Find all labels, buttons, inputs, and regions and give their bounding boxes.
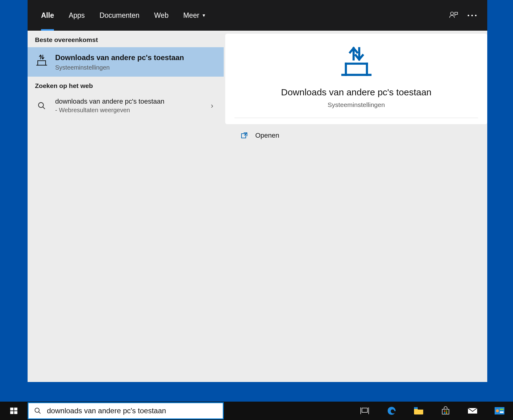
detail-pane: Downloads van andere pc's toestaan Syste… — [224, 31, 487, 382]
tab-all[interactable]: Alle — [34, 0, 61, 31]
task-view-button[interactable] — [351, 402, 378, 420]
svg-point-1 — [39, 102, 44, 107]
detail-subtitle: Systeeminstellingen — [328, 101, 385, 109]
taskbar-apps — [351, 402, 513, 420]
group-header-best-match: Beste overeenkomst — [28, 31, 224, 47]
tab-label: Web — [154, 11, 169, 20]
folder-icon — [413, 407, 424, 415]
open-icon — [241, 132, 248, 139]
svg-point-0 — [450, 12, 454, 15]
taskbar-search-box[interactable] — [28, 402, 224, 419]
result-subtitle: Systeeminstellingen — [55, 64, 216, 71]
search-body: Beste overeenkomst Downloads van andere … — [28, 31, 487, 382]
results-list: Beste overeenkomst Downloads van andere … — [28, 31, 224, 382]
file-explorer-button[interactable] — [405, 402, 432, 420]
action-label: Openen — [255, 132, 279, 139]
svg-rect-12 — [444, 412, 445, 414]
result-best-match[interactable]: Downloads van andere pc's toestaan Syste… — [28, 47, 224, 77]
svg-rect-10 — [444, 410, 445, 412]
tab-web[interactable]: Web — [147, 0, 176, 31]
svg-rect-9 — [414, 407, 418, 409]
search-icon — [35, 101, 48, 110]
open-action[interactable]: Openen — [225, 124, 487, 147]
taskbar — [0, 402, 513, 420]
chevron-right-icon: › — [211, 101, 216, 110]
start-button[interactable] — [0, 402, 28, 420]
tab-label: Apps — [69, 11, 85, 20]
svg-rect-8 — [362, 408, 367, 412]
separator — [234, 118, 478, 118]
svg-rect-17 — [500, 411, 504, 413]
tab-documents[interactable]: Documenten — [92, 0, 147, 31]
control-panel-button[interactable] — [486, 402, 513, 420]
result-title: Downloads van andere pc's toestaan — [55, 53, 216, 62]
svg-point-7 — [35, 408, 39, 412]
search-panel: Alle Apps Documenten Web Meer▼ Beste ove… — [28, 0, 487, 382]
svg-rect-5 — [10, 411, 13, 414]
task-view-icon — [360, 407, 369, 415]
edge-button[interactable] — [378, 402, 405, 420]
tab-label: Meer — [183, 11, 199, 20]
tab-more[interactable]: Meer▼ — [176, 0, 213, 31]
result-text: downloads van andere pc's toestaan - Web… — [55, 97, 204, 114]
more-icon — [468, 15, 477, 16]
result-title: downloads van andere pc's toestaan — [55, 97, 204, 105]
svg-rect-16 — [500, 409, 504, 410]
edge-icon — [387, 406, 397, 416]
result-subtitle: - Webresultaten weergeven — [55, 107, 204, 114]
store-button[interactable] — [432, 402, 459, 420]
result-web-search[interactable]: downloads van andere pc's toestaan - Web… — [28, 93, 224, 118]
search-input[interactable] — [47, 407, 217, 415]
tab-apps[interactable]: Apps — [61, 0, 92, 31]
search-icon — [34, 407, 41, 414]
svg-rect-4 — [14, 408, 17, 410]
detail-title: Downloads van andere pc's toestaan — [281, 87, 431, 97]
control-panel-icon — [494, 407, 505, 415]
chevron-down-icon: ▼ — [202, 13, 206, 18]
detail-card: Downloads van andere pc's toestaan Syste… — [225, 34, 487, 124]
options-button[interactable] — [463, 6, 481, 25]
feedback-button[interactable] — [444, 6, 463, 25]
search-tab-bar: Alle Apps Documenten Web Meer▼ — [28, 0, 487, 31]
tab-label: Documenten — [100, 11, 139, 20]
feedback-icon — [449, 10, 458, 20]
delivery-optimization-icon — [35, 53, 48, 67]
group-header-web-search: Zoeken op het web — [28, 77, 224, 93]
svg-rect-13 — [446, 412, 447, 414]
mail-button[interactable] — [459, 402, 486, 420]
store-icon — [441, 406, 450, 415]
svg-rect-6 — [14, 411, 17, 414]
svg-rect-11 — [446, 410, 447, 412]
result-text: Downloads van andere pc's toestaan Syste… — [55, 53, 216, 71]
tab-label: Alle — [41, 11, 54, 20]
delivery-optimization-icon — [340, 45, 373, 79]
svg-rect-3 — [10, 408, 13, 410]
mail-icon — [467, 407, 478, 415]
windows-icon — [10, 407, 18, 415]
svg-point-15 — [496, 409, 499, 412]
